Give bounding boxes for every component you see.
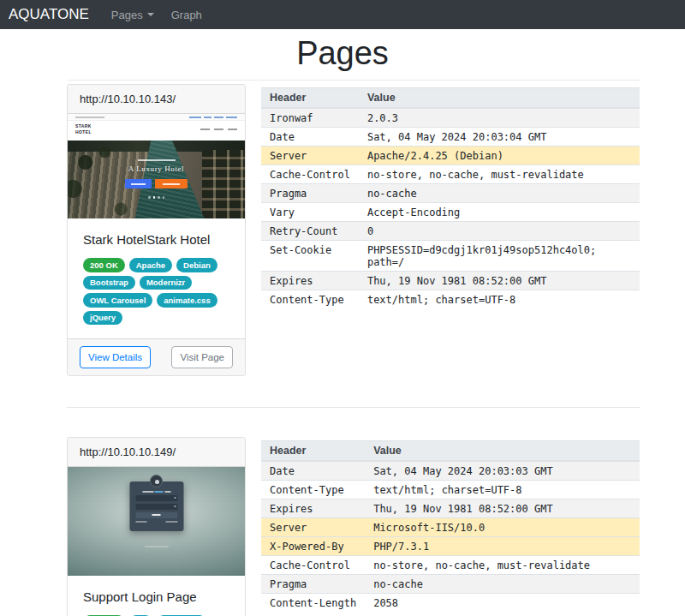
headers-table-143: Header Value Ironwaf 2.0.3 Date Sat, 04 …: [261, 87, 640, 308]
login-form-panel: [129, 481, 183, 531]
visit-page-button[interactable]: Visit Page: [171, 346, 233, 368]
header-value: text/html; charset=UTF-8: [365, 481, 640, 499]
hotel-topbar-link: [189, 117, 201, 118]
header-name: Server: [261, 147, 359, 165]
hero-button-orange: [155, 179, 188, 188]
header-name: Cache-Control: [261, 165, 359, 184]
table-row: Ironwaf 2.0.3: [261, 108, 640, 128]
section-divider: [67, 407, 640, 408]
hotel-nav-link: [214, 129, 223, 130]
badge-list: 200 OK Apache Debian Bootstrap Modernizr…: [83, 258, 229, 325]
table-header-row: Header Value: [261, 441, 640, 462]
header-name: Date: [261, 461, 365, 481]
hotel-social-icons: [226, 117, 237, 118]
table-row: Expires Thu, 19 Nov 1981 08:52:00 GMT: [261, 499, 640, 518]
header-value: Sat, 04 May 2024 20:03:03 GMT: [365, 461, 640, 481]
header-name: Date: [261, 128, 359, 147]
nav-item-graph[interactable]: Graph: [171, 9, 202, 21]
table-row: Expires Thu, 19 Nov 1981 08:52:00 GMT: [261, 272, 640, 290]
column-header: Header: [261, 88, 359, 109]
page-card-column: http://10.10.10.149/: [67, 437, 246, 616]
header-name: Set-Cookie: [261, 241, 359, 272]
table-row: Date Sat, 04 May 2024 20:03:04 GMT: [261, 128, 640, 147]
password-field: [135, 504, 177, 510]
hotel-topbar: [68, 114, 245, 121]
header-name: Content-Length: [261, 594, 365, 613]
page-watermark-text: [145, 546, 169, 547]
view-details-button[interactable]: View Details: [80, 346, 151, 368]
header-name: Ironwaf: [261, 108, 359, 128]
header-value: no-cache: [359, 184, 640, 203]
header-name: Expires: [261, 272, 359, 290]
login-welcome-text: [129, 491, 183, 493]
header-value: no-cache: [365, 575, 640, 594]
hero-button-blue: [125, 179, 152, 188]
column-header: Header: [261, 441, 365, 462]
header-value: Microsoft-IIS/10.0: [365, 518, 640, 537]
hero-caption: A Luxury Hotel: [68, 159, 245, 199]
table-row: Retry-Count 0: [261, 222, 640, 241]
hotel-nav-link: [200, 129, 210, 130]
remember-me-label: [135, 521, 146, 523]
header-value: Thu, 19 Nov 1981 08:52:00 GMT: [365, 499, 640, 518]
nav-item-graph-label: Graph: [171, 9, 202, 21]
header-name: Content-Type: [261, 290, 359, 309]
header-name: Pragma: [261, 575, 365, 594]
tech-badge: Apache: [129, 258, 172, 272]
table-row-highlighted: Server Apache/2.4.25 (Debian): [261, 147, 640, 165]
column-value: Value: [359, 88, 640, 109]
table-row: Date Sat, 04 May 2024 20:03:03 GMT: [261, 461, 640, 481]
hotel-nav-link: [228, 129, 237, 130]
header-value: Apache/2.4.25 (Debian): [359, 147, 640, 165]
tech-badge: animate.css: [157, 293, 217, 308]
table-row: Content-Type text/html; charset=UTF-8: [261, 290, 640, 309]
table-row: Vary Accept-Encoding: [261, 203, 640, 222]
header-name: Expires: [261, 499, 365, 518]
headers-table-column: Header Value Ironwaf 2.0.3 Date Sat, 04 …: [261, 87, 640, 376]
page-screenshot-149[interactable]: [68, 467, 245, 576]
hotel-topbar-link: [204, 117, 211, 118]
hotel-topbar-link: [214, 117, 223, 118]
hotel-logo-line1: STARK: [75, 123, 92, 129]
hotel-logo: STARK HOTEL: [75, 123, 92, 135]
header-value: PHP/7.3.1: [365, 537, 640, 556]
header-value: 2058: [365, 594, 640, 613]
header-name: Server: [261, 518, 365, 537]
hotel-hero: A Luxury Hotel: [68, 141, 245, 218]
tech-badge: jQuery: [83, 311, 122, 326]
header-value: 0: [359, 222, 640, 241]
page-title-149: Support Login Page: [83, 589, 229, 604]
title-divider: [67, 80, 640, 81]
table-row: Content-Length 2058: [261, 594, 640, 613]
forgot-password-link: [165, 521, 177, 523]
header-value: Sat, 04 May 2024 20:03:04 GMT: [359, 128, 640, 147]
table-row: Content-Type text/html; charset=UTF-8: [261, 481, 640, 499]
nav-item-pages-label: Pages: [111, 9, 143, 21]
status-badge: 200 OK: [83, 258, 125, 272]
header-name: X-Powered-By: [261, 537, 365, 556]
page-title: Pages: [0, 35, 685, 72]
top-navbar: AQUATONE Pages Graph: [0, 0, 685, 29]
header-name: Cache-Control: [261, 556, 365, 575]
page-screenshot-143[interactable]: STARK HOTEL: [68, 114, 245, 218]
page-card-143: http://10.10.10.143/ STARK: [67, 84, 246, 376]
header-value: Thu, 19 Nov 1981 08:52:00 GMT: [359, 272, 640, 290]
page-url: http://10.10.10.143/: [68, 85, 245, 114]
table-row: Pragma no-cache: [261, 184, 640, 203]
page-row-143: http://10.10.10.143/ STARK: [67, 84, 640, 376]
page-card-body: Stark HotelStark Hotel 200 OK Apache Deb…: [68, 218, 245, 338]
header-value: PHPSESSID=d9cdgj1kr01j49sop512hc4ol0; pa…: [359, 241, 640, 272]
table-row: Cache-Control no-store, no-cache, must-r…: [261, 165, 640, 184]
page-card-footer: View Details Visit Page: [68, 338, 245, 375]
main-container: http://10.10.10.143/ STARK: [67, 80, 640, 616]
tech-badge: Debian: [176, 258, 217, 272]
caret-down-icon: [147, 13, 154, 16]
brand-link[interactable]: AQUATONE: [9, 6, 89, 23]
user-avatar-icon: [150, 475, 163, 487]
hotel-topbar-links: [189, 117, 237, 118]
page-url: http://10.10.10.149/: [68, 438, 245, 467]
header-value: no-store, no-cache, must-revalidate: [365, 556, 640, 575]
page-row-149: http://10.10.10.149/: [67, 437, 640, 616]
nav-item-pages[interactable]: Pages: [111, 9, 154, 21]
header-value: no-store, no-cache, must-revalidate: [359, 165, 640, 184]
